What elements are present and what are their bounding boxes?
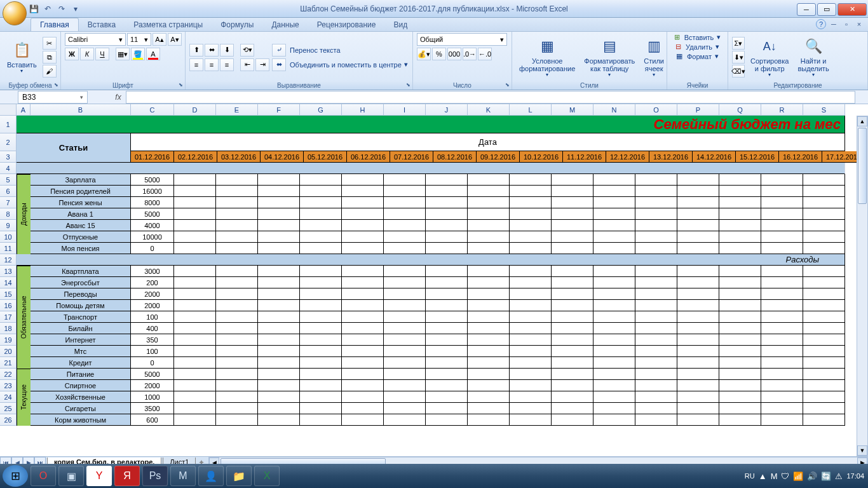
row-header-6[interactable]: 6 (0, 186, 17, 197)
taskbar-app3-icon[interactable]: 👤 (198, 466, 224, 486)
office-button[interactable] (3, 1, 27, 25)
align-middle-icon[interactable]: ⬌ (205, 44, 219, 57)
tab-layout[interactable]: Разметка страницы (125, 18, 212, 31)
col-header-D[interactable]: D (174, 104, 216, 116)
row-header-26[interactable]: 26 (0, 414, 17, 426)
paste-button[interactable]: 📋Вставить▾ (4, 39, 40, 76)
row-header-10[interactable]: 10 (0, 231, 17, 243)
comma-icon[interactable]: 000 (447, 48, 461, 60)
col-header-C[interactable]: C (131, 104, 174, 116)
wrap-text-button[interactable]: ⤶Перенос текста (272, 44, 408, 57)
qat-undo-icon[interactable]: ↶ (42, 3, 53, 15)
taskbar-app1-icon[interactable]: ▣ (58, 466, 84, 486)
doc-close-icon[interactable]: × (854, 19, 864, 29)
select-all-corner[interactable] (0, 104, 17, 116)
borders-icon[interactable]: ▦▾ (116, 48, 130, 60)
row-header-5[interactable]: 5 (0, 174, 17, 186)
close-button[interactable]: ✕ (837, 3, 867, 16)
col-header-Q[interactable]: Q (719, 104, 761, 116)
row-header-19[interactable]: 19 (0, 334, 17, 346)
tray-shield-icon[interactable]: 🛡 (781, 471, 789, 481)
font-color-icon[interactable]: A (146, 48, 160, 60)
maximize-button[interactable]: ▭ (817, 3, 836, 16)
taskbar-opera-icon[interactable]: O (31, 466, 56, 486)
row-header-18[interactable]: 18 (0, 323, 17, 334)
row-header-9[interactable]: 9 (0, 220, 17, 231)
underline-button[interactable]: Ч (95, 48, 109, 60)
format-cells-button[interactable]: ▦ Формат ▾ (676, 52, 719, 60)
row-header-25[interactable]: 25 (0, 403, 17, 414)
col-header-P[interactable]: P (677, 104, 719, 116)
col-header-J[interactable]: J (426, 104, 468, 116)
start-button[interactable]: ⊞ (3, 465, 28, 487)
bold-button[interactable]: Ж (65, 48, 79, 60)
cell-styles-button[interactable]: ▥Стили ячеек▾ (641, 35, 667, 80)
scroll-down-icon[interactable]: ▼ (857, 445, 867, 456)
autosum-icon[interactable]: Σ▾ (732, 37, 745, 50)
align-bottom-icon[interactable]: ⬇ (220, 44, 234, 57)
row-header-12[interactable]: 12 (0, 254, 17, 266)
tray-lang[interactable]: RU (745, 472, 755, 480)
row-header-23[interactable]: 23 (0, 380, 17, 391)
currency-icon[interactable]: 💰▾ (417, 48, 431, 60)
font-name-combo[interactable]: Calibri▾ (65, 33, 126, 46)
col-header-R[interactable]: R (761, 104, 803, 116)
row-header-21[interactable]: 21 (0, 357, 17, 369)
grow-font-icon[interactable]: A▴ (153, 33, 166, 46)
orientation-icon[interactable]: ⟲▾ (240, 44, 254, 57)
indent-dec-icon[interactable]: ⇤ (240, 58, 254, 71)
row-header-22[interactable]: 22 (0, 369, 17, 380)
col-header-I[interactable]: I (384, 104, 426, 116)
row-header-15[interactable]: 15 (0, 288, 17, 300)
taskbar-excel-icon[interactable]: X (254, 466, 280, 486)
col-header-A[interactable]: A (17, 104, 31, 116)
delete-cells-button[interactable]: ⊟ Удалить ▾ (675, 43, 719, 51)
dec-decimal-icon[interactable]: ←.0 (478, 48, 492, 60)
row-header-3[interactable]: 3 (0, 151, 17, 163)
fill-icon[interactable]: ⬇▾ (732, 51, 745, 64)
tray-vol-icon[interactable]: 🔊 (807, 471, 817, 481)
number-format-combo[interactable]: Общий▾ (417, 33, 507, 46)
tab-insert[interactable]: Вставка (79, 18, 125, 31)
merge-center-button[interactable]: ⬌Объединить и поместить в центре▾ (272, 58, 408, 71)
col-header-B[interactable]: B (31, 104, 131, 116)
number-dialog-icon[interactable]: ⬊ (505, 82, 510, 88)
row-header-2[interactable]: 2 (0, 133, 17, 151)
col-header-L[interactable]: L (510, 104, 552, 116)
vscroll-thumb[interactable] (858, 128, 867, 204)
name-box[interactable]: B33▾ (18, 91, 88, 104)
cut-icon[interactable]: ✂ (43, 37, 57, 50)
tab-data[interactable]: Данные (262, 18, 308, 31)
taskbar-ps-icon[interactable]: Ps (142, 466, 168, 486)
indent-inc-icon[interactable]: ⇥ (255, 58, 269, 71)
align-right-icon[interactable]: ≡ (220, 58, 234, 71)
font-dialog-icon[interactable]: ⬊ (179, 82, 183, 88)
col-header-K[interactable]: K (468, 104, 510, 116)
row-header-13[interactable]: 13 (0, 266, 17, 277)
tray-clock[interactable]: 17:04 (846, 472, 864, 480)
italic-button[interactable]: К (80, 48, 94, 60)
row-header-8[interactable]: 8 (0, 208, 17, 220)
formula-input[interactable] (126, 91, 855, 104)
col-header-N[interactable]: N (593, 104, 635, 116)
row-header-16[interactable]: 16 (0, 300, 17, 311)
col-header-M[interactable]: M (552, 104, 593, 116)
tab-formulas[interactable]: Формулы (212, 18, 262, 31)
vertical-scrollbar[interactable]: ▲ ▼ (857, 116, 868, 456)
row-header-4[interactable]: 4 (0, 163, 17, 174)
row-header-11[interactable]: 11 (0, 243, 17, 254)
taskbar-mb-icon[interactable]: M (170, 466, 196, 486)
align-center-icon[interactable]: ≡ (205, 58, 219, 71)
qat-dropdown-icon[interactable]: ▾ (70, 3, 81, 15)
inc-decimal-icon[interactable]: .0→ (463, 48, 477, 60)
doc-restore-icon[interactable]: ▫ (841, 19, 851, 29)
qat-save-icon[interactable]: 💾 (28, 3, 39, 15)
clear-icon[interactable]: ⌫▾ (732, 65, 745, 78)
tray-flag-icon[interactable]: ▲ (759, 471, 767, 481)
row-header-1[interactable]: 1 (0, 116, 17, 133)
align-dialog-icon[interactable]: ⬊ (406, 82, 410, 88)
shrink-font-icon[interactable]: A▾ (168, 33, 182, 46)
taskbar-yandex-icon[interactable]: Y (86, 466, 112, 486)
format-as-table-button[interactable]: ▤Форматировать как таблицу▾ (581, 35, 638, 80)
insert-cells-button[interactable]: ⊞ Вставить ▾ (674, 33, 721, 41)
